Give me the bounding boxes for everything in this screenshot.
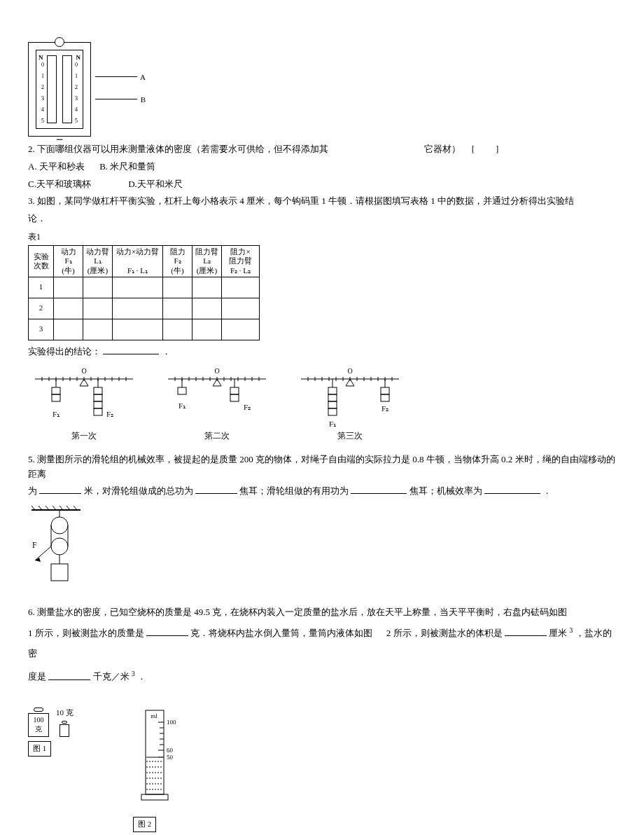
svg-rect-24 [94, 408, 102, 415]
q3-stem-line1: 3. 如图，某同学做杠杆平衡实验，杠杆上每小格表示 4 厘米，每个钩码重 1 牛… [28, 194, 616, 209]
q2-option-a: A. 天平和秒表 [28, 161, 85, 172]
svg-text:ml: ml [150, 712, 158, 719]
spring-scale-figure: N N 0 1 2 3 4 5 0 1 2 3 4 5 ⎯ [28, 42, 91, 137]
lever-third-label: 第三次 [294, 429, 406, 443]
svg-text:F₁: F₁ [178, 401, 186, 410]
figure1-caption: 图 1 [28, 741, 51, 757]
pointer-b [95, 99, 137, 99]
svg-point-84 [51, 517, 68, 534]
th-f1l1: 动力×动力臂 F₁ · L₁ [113, 246, 163, 277]
weight-10g-label: 10 克 [56, 707, 74, 719]
svg-rect-17 [52, 387, 60, 394]
weight-10g [59, 724, 69, 737]
pointer-a [95, 76, 137, 77]
lever-first-icon: O F₁ F₂ [28, 366, 140, 429]
svg-text:50: 50 [167, 754, 174, 761]
svg-point-85 [51, 538, 68, 555]
th-exp: 实验 次数 [29, 246, 54, 277]
svg-text:O: O [347, 367, 352, 375]
q3-conclusion: 实验得出的结论： ． [28, 345, 616, 359]
svg-rect-21 [94, 387, 102, 394]
figure2-caption: 图 2 [133, 817, 156, 832]
lever-third-icon: O F₁ F₂ [294, 366, 406, 429]
svg-text:F₂: F₂ [106, 410, 113, 418]
q2-option-c: C.天平和玻璃杯 [28, 179, 91, 189]
svg-rect-69 [328, 408, 337, 415]
svg-text:F₁: F₁ [52, 410, 59, 418]
lever-second-icon: O F₁ F₂ [161, 366, 273, 429]
th-f2: 阻力 F₂ (牛) [163, 246, 192, 277]
svg-rect-22 [94, 394, 102, 401]
svg-rect-72 [381, 387, 389, 394]
q2-stem: 2. 下面哪组仪器可以用来测量液体的密度（若需要水可供给，但不得添加其 它器材）… [28, 142, 616, 157]
svg-rect-89 [51, 564, 68, 581]
lever-second-label: 第二次 [161, 429, 273, 443]
svg-rect-46 [230, 387, 239, 394]
ring-icon [55, 37, 64, 47]
table-row: 1 [29, 277, 260, 298]
svg-rect-18 [52, 394, 60, 401]
q2-options-row2: C.天平和玻璃杯 D.天平和米尺 [28, 177, 616, 192]
table-row: 3 [29, 319, 260, 340]
svg-text:F: F [32, 540, 37, 550]
svg-text:O: O [81, 367, 86, 375]
svg-rect-43 [178, 387, 186, 394]
th-f1: 动力 F₁ (牛) [54, 246, 83, 277]
svg-rect-73 [381, 394, 389, 401]
q6-line2: 1 所示，则被测盐水的质量是 克．将烧杯内盐水倒入量筒，量筒内液体如图 2 所示… [28, 623, 616, 664]
svg-text:O: O [214, 367, 219, 375]
q2-option-d: D.天平和米尺 [128, 179, 183, 189]
svg-text:F₁: F₁ [329, 420, 336, 428]
experiment-table: 实验 次数 动力 F₁ (牛) 动力臂 L₁ (厘米) 动力×动力臂 F₁ · … [28, 245, 260, 340]
svg-rect-94 [141, 794, 168, 800]
table-row: 2 [29, 298, 260, 319]
lever-diagrams: O F₁ F₂ 第一次 O [28, 366, 616, 443]
q3-stem-line2: 论． [28, 212, 616, 226]
figure-2: ml 100 60 50 图 2 [133, 707, 182, 831]
svg-rect-67 [328, 394, 337, 401]
svg-rect-66 [328, 387, 337, 394]
figure-1: 100 克 10 克 图 1 [28, 707, 105, 831]
table1-label: 表1 [28, 230, 616, 244]
q2-option-b: B. 米尺和量筒 [99, 161, 155, 172]
svg-rect-47 [230, 394, 239, 401]
svg-rect-23 [94, 401, 102, 408]
hook-icon: ⎯ [57, 127, 62, 143]
q2-options-row1: A. 天平和秒表 B. 米尺和量筒 [28, 160, 616, 174]
svg-text:100: 100 [167, 719, 176, 726]
svg-line-90 [35, 546, 51, 560]
lever-first-label: 第一次 [28, 429, 140, 443]
svg-text:60: 60 [167, 747, 174, 754]
th-l2: 阻力臂 L₂ (厘米) [192, 246, 222, 277]
svg-text:F₂: F₂ [382, 404, 388, 413]
q6-line3: 度是 千克／米 3 ． [28, 666, 616, 687]
q5-line1: 5. 测量图所示的滑轮组的机械效率，被提起的是质量 200 克的物体，对绳子自由… [28, 453, 616, 482]
svg-text:F₂: F₂ [244, 403, 251, 411]
th-l1: 动力臂 L₁ (厘米) [83, 246, 113, 277]
weight-100g: 100 克 [28, 713, 49, 737]
th-f2l2: 阻力× 阻力臂 F₂ · L₂ [222, 246, 260, 277]
svg-rect-68 [328, 401, 337, 408]
q5-line2: 为 米，对滑轮组做成的总功为 焦耳；滑轮组做的有用功为 焦耳；机械效率为 ． [28, 484, 616, 499]
q6-line1: 6. 测量盐水的密度，已知空烧杯的质量是 49.5 克，在烧杯内装入一定质量的盐… [28, 605, 616, 620]
pulley-figure: F [28, 504, 84, 595]
svg-rect-106 [146, 757, 163, 794]
density-figures: 100 克 10 克 图 1 ml 100 60 50 [28, 707, 616, 831]
